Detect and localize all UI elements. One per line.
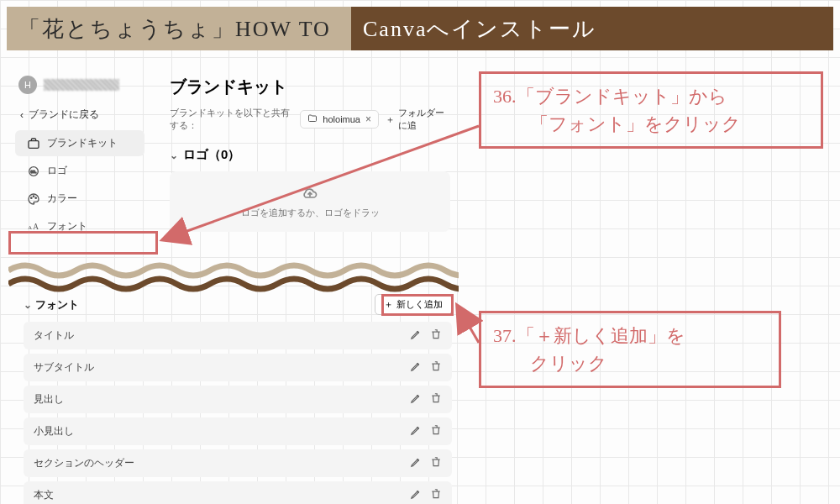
edit-icon[interactable] — [410, 328, 422, 343]
trash-icon[interactable] — [430, 456, 442, 470]
tutorial-step-label: Canvaへインストール — [363, 14, 596, 44]
svg-text:A: A — [33, 223, 39, 231]
avatar: H — [18, 76, 37, 94]
share-row: ブランドキットを以下と共有する： holoimua × ＋ フォルダーに追 — [170, 107, 450, 132]
wavy-divider — [8, 260, 459, 292]
tutorial-title-banner: 「花とちょうちょ」HOW TO — [7, 7, 351, 50]
font-row-label: 小見出し — [34, 424, 74, 438]
trash-icon[interactable] — [430, 392, 442, 407]
callout-36-line2: 「フォント」をクリック — [493, 110, 809, 138]
logo-drop-hint: ロゴを追加するか、ロゴをドラッ — [241, 207, 380, 219]
content-area: ブランドキット ブランドキットを以下と共有する： holoimua × ＋ フォ… — [161, 69, 459, 242]
font-section-label[interactable]: ⌄ フォント — [24, 297, 79, 312]
logo-section-header[interactable]: ⌄ ロゴ（0） — [170, 147, 450, 163]
page-title: ブランドキット — [170, 76, 450, 98]
font-row-label: 本文 — [34, 488, 54, 502]
font-style-row[interactable]: 本文 — [24, 481, 452, 504]
callout-36-line1: 36.「ブランドキット」から — [493, 82, 809, 110]
font-section: ⌄ フォント ＋ 新しく追加 タイトルサブタイトル見出し小見出しセクションのヘッ… — [24, 294, 452, 504]
back-to-brand-link[interactable]: ‹ ブランドに戻る — [8, 101, 151, 129]
font-style-row[interactable]: タイトル — [24, 322, 452, 349]
font-style-row[interactable]: セクションのヘッダー — [24, 449, 452, 477]
add-new-font-button[interactable]: ＋ 新しく追加 — [375, 294, 452, 315]
edit-icon[interactable] — [410, 392, 422, 407]
chip-remove-icon[interactable]: × — [365, 113, 371, 125]
trash-icon[interactable] — [430, 424, 442, 438]
add-new-label: 新しく追加 — [396, 298, 443, 311]
trash-icon[interactable] — [430, 488, 442, 502]
plus-icon: ＋ — [386, 113, 395, 126]
sidebar-item-color[interactable]: カラー — [15, 186, 144, 212]
sidebar-item-label: フォント — [47, 219, 87, 234]
edit-icon[interactable] — [410, 360, 422, 375]
account-name-redacted — [44, 79, 119, 91]
logo-dropzone[interactable]: ロゴを追加するか、ロゴをドラッ — [170, 171, 450, 232]
font-row-label: サブタイトル — [34, 360, 94, 375]
tutorial-step-banner: Canvaへインストール — [351, 7, 833, 50]
briefcase-icon — [27, 137, 40, 150]
sidebar-item-label: カラー — [47, 192, 77, 206]
callout-37: 37.「＋新しく追加」を クリック — [479, 311, 781, 388]
font-style-row[interactable]: 小見出し — [24, 417, 452, 445]
sidebar: H ‹ ブランドに戻る ブランドキット co. ロゴ カラー — [8, 69, 151, 241]
add-to-folder-button[interactable]: ＋ フォルダーに追 — [386, 107, 450, 132]
sidebar-item-label: ブランドキット — [47, 136, 118, 150]
chevron-down-icon: ⌄ — [170, 150, 178, 161]
sidebar-item-font[interactable]: AA フォント — [15, 213, 144, 239]
chip-label: holoimua — [323, 114, 360, 124]
sidebar-item-logo[interactable]: co. ロゴ — [15, 158, 144, 184]
svg-rect-0 — [29, 140, 39, 148]
share-prefix: ブランドキットを以下と共有する： — [170, 107, 293, 132]
chevron-left-icon: ‹ — [20, 109, 24, 121]
edit-icon[interactable] — [410, 424, 422, 438]
plus-icon: ＋ — [384, 298, 393, 311]
tutorial-title: 「花とちょうちょ」HOW TO — [18, 14, 331, 44]
svg-point-4 — [33, 196, 34, 197]
font-row-label: 見出し — [34, 392, 64, 407]
font-style-row[interactable]: サブタイトル — [24, 354, 452, 381]
svg-point-5 — [35, 197, 36, 198]
callout-37-line2: クリック — [493, 349, 767, 377]
sidebar-item-label: ロゴ — [47, 164, 67, 178]
sidebar-item-brandkit[interactable]: ブランドキット — [15, 130, 144, 156]
callout-36: 36.「ブランドキット」から 「フォント」をクリック — [479, 71, 823, 149]
logo-section-label: ロゴ（0） — [183, 147, 240, 163]
edit-icon[interactable] — [410, 488, 422, 502]
edit-icon[interactable] — [410, 456, 422, 470]
svg-text:co.: co. — [30, 169, 36, 174]
palette-icon — [27, 192, 40, 206]
font-icon: AA — [27, 220, 40, 234]
font-style-row[interactable]: 見出し — [24, 386, 452, 413]
font-section-header: ⌄ フォント ＋ 新しく追加 — [24, 294, 452, 315]
trash-icon[interactable] — [430, 360, 442, 375]
logo-icon: co. — [27, 165, 40, 178]
chevron-down-icon: ⌄ — [24, 299, 32, 311]
trash-icon[interactable] — [430, 328, 442, 343]
folder-icon — [307, 113, 318, 125]
svg-line-9 — [458, 307, 479, 343]
add-folder-label: フォルダーに追 — [398, 107, 450, 132]
share-chip[interactable]: holoimua × — [300, 110, 379, 129]
svg-text:A: A — [28, 224, 32, 230]
font-row-label: タイトル — [34, 328, 74, 343]
callout-37-line1: 37.「＋新しく追加」を — [493, 322, 767, 349]
back-label: ブランドに戻る — [29, 108, 99, 122]
svg-point-3 — [31, 197, 32, 198]
account-row[interactable]: H — [8, 69, 151, 101]
font-row-label: セクションのヘッダー — [34, 456, 134, 470]
upload-cloud-icon — [302, 185, 318, 202]
